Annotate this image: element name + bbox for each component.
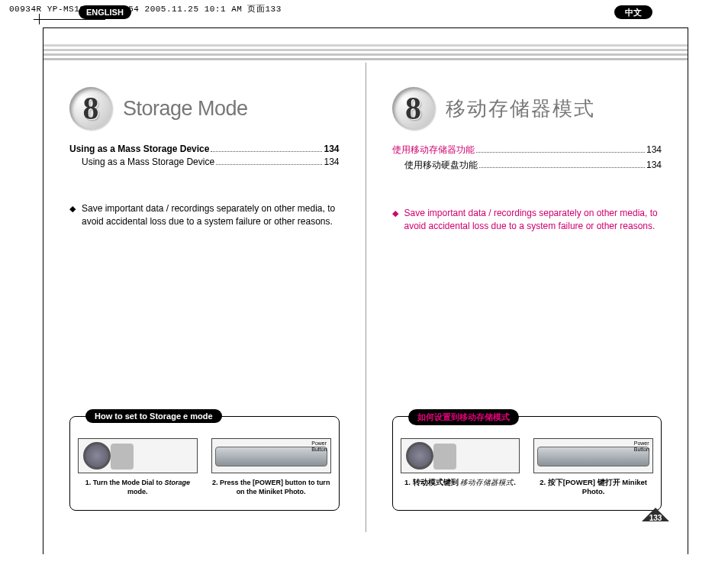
toc-label: 使用移动存储器功能 (392, 144, 475, 157)
caption-prefix: 1. 转动模式键到 (404, 478, 460, 486)
column-english: 8 Storage Mode Using as a Mass Storage D… (43, 64, 366, 532)
power-button-illustration: PowerButton (533, 438, 653, 473)
note-cn: ◆ Save important data / recordings separ… (392, 207, 662, 234)
chapter-number: 8 (69, 87, 112, 130)
lang-chinese-pill: 中文 (614, 5, 652, 19)
howto-step-2: PowerButton 2. 按下[POWER] 键打开 Miniket Pho… (533, 438, 653, 496)
power-button-label: PowerButton (634, 441, 649, 453)
note-en: ◆ Save important data / recordings separ… (69, 202, 340, 229)
power-button-illustration: PowerButton (211, 438, 331, 473)
toc-dots (479, 167, 645, 168)
howto-step-1: 1. 转动模式键到 移动存储器模式. (401, 438, 520, 496)
mode-dial-illustration (78, 438, 198, 473)
chapter-number: 8 (392, 87, 435, 130)
chapter-title-en: Storage Mode (123, 97, 248, 121)
caption-suffix: mode. (127, 488, 148, 495)
power-button-label: PowerButton (311, 441, 327, 453)
toc-page: 134 (646, 160, 662, 170)
howto-caption: 2. 按下[POWER] 键打开 Miniket Photo. (533, 478, 653, 496)
toc-dots (216, 164, 322, 165)
toc-page: 134 (324, 144, 339, 154)
howto-caption: 1. 转动模式键到 移动存储器模式. (401, 478, 520, 487)
mode-dial-illustration (401, 438, 520, 473)
column-chinese: 8 移动存储器模式 使用移动存储器功能 134 使用移动硬盘功能 134 ◆ (366, 64, 688, 532)
caption-italic: 移动存储器模式 (460, 479, 514, 486)
language-labels: ENGLISH 中文 (43, 5, 688, 19)
chapter-title-cn: 移动存储器模式 (446, 95, 595, 122)
toc-row: Using as a Mass Storage Device 134 (69, 144, 340, 154)
toc-page: 134 (324, 157, 339, 167)
caption-suffix: . (514, 478, 516, 486)
toc-en: Using as a Mass Storage Device 134 Using… (69, 144, 340, 167)
toc-label: 使用移动硬盘功能 (404, 159, 478, 172)
page-frame: ENGLISH 中文 8 Storage Mode Using as a Mas… (43, 27, 688, 554)
header-stripes (43, 44, 688, 64)
toc-row: Using as a Mass Storage Device 134 (82, 157, 340, 167)
chapter-heading-en: 8 Storage Mode (69, 87, 340, 130)
chapter-number-badge: 8 (69, 87, 112, 130)
howto-pill-cn: 如何设置到移动存储模式 (408, 409, 519, 425)
howto-box-en: How to set to Storage e mode 1. Turn the… (69, 416, 340, 511)
chapter-number-badge: 8 (392, 87, 435, 130)
toc-row: 使用移动存储器功能 134 (392, 144, 662, 157)
lang-english-pill: ENGLISH (79, 5, 131, 19)
page-number: 133 (642, 514, 669, 522)
chapter-heading-cn: 8 移动存储器模式 (392, 87, 662, 130)
page-number-arrow: 133 (642, 508, 669, 528)
note-text: Save important data / recordings separat… (404, 207, 662, 234)
crop-mark-icon (34, 14, 44, 24)
howto-step-1: 1. Turn the Mode Dial to Storage mode. (78, 438, 198, 496)
toc-label: Using as a Mass Storage Device (69, 144, 209, 154)
howto-step-2: PowerButton 2. Press the [POWER] button … (211, 438, 331, 496)
toc-page: 134 (646, 144, 662, 155)
toc-label: Using as a Mass Storage Device (82, 157, 214, 167)
howto-pill-en: How to set to Storage e mode (85, 409, 222, 423)
toc-dots (211, 151, 322, 152)
crop-line (44, 19, 105, 20)
diamond-icon: ◆ (69, 203, 76, 229)
diamond-icon: ◆ (392, 208, 398, 234)
toc-row: 使用移动硬盘功能 134 (404, 159, 662, 172)
caption-italic: Storage (165, 479, 191, 486)
caption-prefix: 1. Turn the Mode Dial to (85, 479, 165, 486)
columns: 8 Storage Mode Using as a Mass Storage D… (43, 64, 688, 532)
howto-box-cn: 如何设置到移动存储模式 1. 转动模式键到 移动存储器模式. Powe (392, 416, 662, 511)
howto-caption: 1. Turn the Mode Dial to Storage mode. (78, 478, 198, 496)
toc-dots (476, 152, 645, 153)
toc-cn: 使用移动存储器功能 134 使用移动硬盘功能 134 (392, 144, 662, 172)
note-text: Save important data / recordings separat… (82, 202, 340, 229)
howto-caption: 2. Press the [POWER] button to turn on t… (211, 478, 331, 496)
